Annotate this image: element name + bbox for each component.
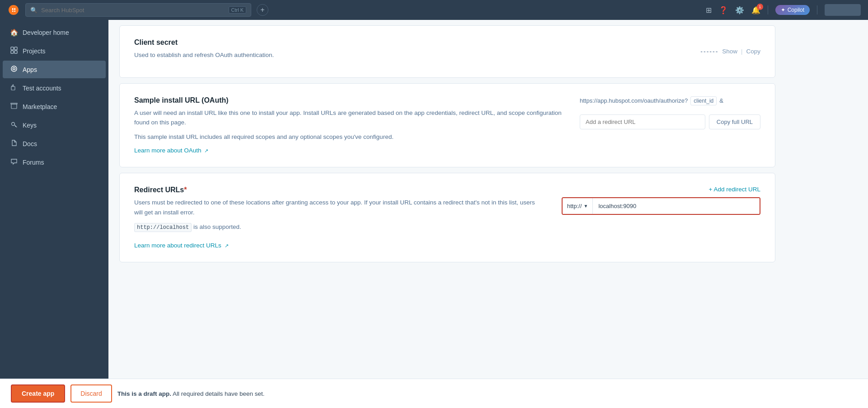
sample-url-title: Sample install URL (OAuth) <box>134 96 562 104</box>
redirect-host-input[interactable] <box>593 198 760 214</box>
sidebar: 🏠 Developer home Projects Apps <box>0 20 108 379</box>
apps-grid-icon[interactable]: ⊞ <box>706 6 712 14</box>
sidebar-item-marketplace[interactable]: Marketplace <box>3 98 106 115</box>
marketplace-icon <box>10 102 18 111</box>
external-link-icon-2: ↗ <box>225 243 229 248</box>
svg-rect-1 <box>11 47 14 50</box>
redirect-url-input-row: http:// ▼ <box>562 197 760 215</box>
search-input[interactable] <box>41 7 225 14</box>
topnav-right-section: ⊞ ❓ ⚙️ 🔔 1 ✦ Copilot <box>706 4 861 16</box>
notifications-bell[interactable]: 🔔 1 <box>751 6 760 14</box>
localhost-code: http://localhost <box>134 223 192 232</box>
add-button[interactable]: + <box>257 4 268 16</box>
learn-more-redirect-link[interactable]: Learn more about redirect URLs ↗ <box>134 242 229 249</box>
sample-url-desc1: A user will need an install URL like thi… <box>134 108 562 128</box>
sidebar-item-developer-home[interactable]: 🏠 Developer home <box>3 24 106 41</box>
test-accounts-icon <box>10 84 18 92</box>
copy-full-url-button[interactable]: Copy full URL <box>709 114 760 129</box>
nav-divider <box>768 5 768 14</box>
svg-point-6 <box>13 68 15 70</box>
svg-rect-4 <box>14 51 17 53</box>
protocol-chevron-icon: ▼ <box>584 204 588 209</box>
client-id-badge: client_id <box>690 96 717 105</box>
search-bar[interactable]: 🔍 Ctrl K <box>25 3 251 17</box>
forums-icon <box>10 158 18 166</box>
sidebar-item-label: Marketplace <box>23 103 57 110</box>
url-display: https://app.hubspot.com/oauth/authorize?… <box>580 96 760 105</box>
main-layout: 🏠 Developer home Projects Apps <box>0 20 868 379</box>
sample-url-desc2: This sample install URL includes all req… <box>134 132 562 142</box>
svg-point-8 <box>12 123 15 126</box>
sidebar-item-label: Forums <box>23 159 44 166</box>
redirect-url-input[interactable] <box>580 114 705 129</box>
docs-icon <box>10 139 18 148</box>
sidebar-item-label: Docs <box>23 140 37 147</box>
redirect-urls-card: Redirect URLs* Users must be redirected … <box>119 173 775 262</box>
copilot-star-icon: ✦ <box>781 7 785 13</box>
draft-notice-bold: This is a draft app. <box>117 390 171 397</box>
nav-divider-2 <box>817 5 817 14</box>
client-secret-actions: ------ Show | Copy <box>700 48 760 55</box>
svg-rect-7 <box>11 86 15 90</box>
add-redirect-url-link[interactable]: + Add redirect URL <box>709 186 760 193</box>
svg-rect-3 <box>11 51 14 53</box>
settings-icon[interactable]: ⚙️ <box>735 6 744 14</box>
sidebar-item-apps[interactable]: Apps <box>3 61 106 78</box>
show-secret-link[interactable]: Show <box>722 48 737 55</box>
hubspot-logo <box>7 4 20 16</box>
client-secret-card: Client secret Used to establish and refr… <box>119 25 775 78</box>
projects-icon <box>10 47 18 55</box>
sidebar-item-label: Apps <box>23 66 37 73</box>
svg-point-0 <box>9 5 19 15</box>
keys-icon <box>10 121 18 129</box>
content-area: Client secret Used to establish and refr… <box>108 25 786 262</box>
svg-point-5 <box>11 66 17 71</box>
home-icon: 🏠 <box>10 28 18 37</box>
copy-secret-link[interactable]: Copy <box>746 48 760 55</box>
external-link-icon: ↗ <box>204 148 208 153</box>
sample-url-card: Sample install URL (OAuth) A user will n… <box>119 83 775 168</box>
copilot-button[interactable]: ✦ Copilot <box>775 5 810 15</box>
sample-url-left: Sample install URL (OAuth) A user will n… <box>134 96 562 155</box>
localhost-note: http://localhost is also supported. <box>134 222 544 232</box>
sidebar-item-forums[interactable]: Forums <box>3 153 106 171</box>
client-secret-title: Client secret <box>134 38 682 47</box>
sidebar-item-label: Keys <box>23 122 37 129</box>
sidebar-item-label: Test accounts <box>23 85 61 92</box>
separator: | <box>741 48 742 55</box>
redirect-urls-description: Users must be redirected to one of these… <box>134 198 544 217</box>
draft-notice: This is a draft app. All required detail… <box>117 390 265 397</box>
create-app-button[interactable]: Create app <box>11 384 65 403</box>
help-icon[interactable]: ❓ <box>719 6 728 14</box>
notification-badge: 1 <box>757 4 763 10</box>
main-content: Client secret Used to establish and refr… <box>108 20 868 379</box>
sidebar-item-projects[interactable]: Projects <box>3 42 106 60</box>
redirect-urls-title: Redirect URLs* <box>134 186 544 194</box>
client-secret-left: Client secret Used to establish and refr… <box>134 38 682 65</box>
redirect-urls-inner: Redirect URLs* Users must be redirected … <box>134 186 760 249</box>
sample-url-inner: Sample install URL (OAuth) A user will n… <box>134 96 760 155</box>
redirect-urls-right: + Add redirect URL http:// ▼ <box>562 186 760 215</box>
url-input-row: Copy full URL <box>580 114 760 129</box>
svg-rect-2 <box>14 47 17 50</box>
sidebar-item-keys[interactable]: Keys <box>3 116 106 134</box>
keyboard-shortcut-hint: Ctrl K <box>229 6 246 14</box>
client-secret-description: Used to establish and refresh OAuth auth… <box>134 50 682 60</box>
sidebar-item-label: Developer home <box>23 29 69 36</box>
protocol-value: http:// <box>567 203 582 209</box>
sidebar-item-label: Projects <box>23 47 46 55</box>
secret-dashes: ------ <box>700 48 718 55</box>
url-ampersand: & <box>719 97 723 104</box>
draft-notice-text: All required details have been set. <box>171 390 264 397</box>
sidebar-item-docs[interactable]: Docs <box>3 135 106 152</box>
discard-button[interactable]: Discard <box>70 384 112 403</box>
redirect-urls-left: Redirect URLs* Users must be redirected … <box>134 186 544 249</box>
protocol-select[interactable]: http:// ▼ <box>563 198 593 214</box>
sidebar-item-test-accounts[interactable]: Test accounts <box>3 79 106 97</box>
client-secret-inner: Client secret Used to establish and refr… <box>134 38 760 65</box>
apps-icon <box>10 65 18 74</box>
account-selector[interactable] <box>825 4 861 16</box>
learn-more-oauth-link[interactable]: Learn more about OAuth ↗ <box>134 147 208 154</box>
bottom-action-bar: Create app Discard This is a draft app. … <box>0 379 868 408</box>
sample-url-right: https://app.hubspot.com/oauth/authorize?… <box>580 96 760 129</box>
